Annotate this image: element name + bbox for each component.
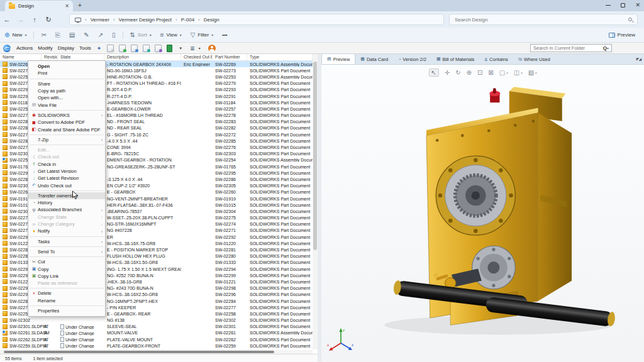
table-row[interactable]: SW-02302NG #138SW-02302SOLIDWORKS Part D…	[0, 317, 313, 324]
refresh-button[interactable]: ↻	[42, 16, 55, 24]
menu-item-history[interactable]: ◔History	[28, 199, 105, 206]
menu-item-undo-check-out[interactable]: ↶Undo Check out	[28, 182, 105, 189]
new-tab-button[interactable]: +	[78, 2, 82, 9]
menu-item-print[interactable]: Print	[28, 70, 105, 77]
table-row[interactable]: SW-02261.SLDASMAUnder ChangeMOUNT-VALVES…	[0, 330, 313, 336]
model-viewer[interactable]: ↖✛↻⊕⊡⊠▢▾◫▾▧▾	[321, 65, 644, 362]
dropdown-arrow-icon[interactable]: ▾	[535, 71, 537, 75]
vertical-scrollbar[interactable]	[313, 54, 318, 349]
pdm-menu-tools[interactable]: Tools	[77, 45, 94, 51]
maximize-button[interactable]	[621, 3, 625, 8]
pdm-more-dropdown[interactable]: ▼	[179, 47, 182, 50]
tab-data-card[interactable]: ▦Data Card	[355, 54, 393, 64]
up-button[interactable]: ↑	[28, 16, 42, 23]
menu-item-view-file[interactable]: ▤View File	[28, 101, 105, 108]
pdm-checkin-icon[interactable]	[119, 45, 126, 52]
column-header[interactable]: Revisio...	[42, 54, 58, 60]
pdm-menu-actions[interactable]: Actions	[14, 45, 35, 51]
back-button[interactable]: ←	[0, 16, 14, 23]
new-button[interactable]: ⊕ New▾	[0, 28, 31, 42]
user-avatar[interactable]	[208, 45, 216, 52]
share-button[interactable]: ↗	[94, 28, 108, 42]
tab-close-icon[interactable]: ✕	[65, 3, 69, 9]
breadcrumb-item[interactable]: Vermeer	[91, 17, 109, 23]
menu-item-get-latest-version[interactable]: ↓Get Latest Version	[28, 168, 105, 175]
sort-button[interactable]: ⇅Sort▾	[126, 28, 156, 42]
menu-item-check-in[interactable]: ⇧Check in	[28, 161, 105, 168]
tab-contains[interactable]: &Contains	[479, 54, 513, 64]
menu-item-copy[interactable]: ▣Copy	[28, 265, 105, 272]
delete-button[interactable]: ▯	[108, 28, 120, 42]
preview-toggle[interactable]: Preview	[609, 32, 635, 38]
tab-version-2-2[interactable]: ◔Version 2/2	[393, 54, 431, 64]
search-box[interactable]	[449, 14, 638, 25]
breadcrumb-item[interactable]: Design	[204, 17, 219, 23]
pin-icon[interactable]: ✦	[97, 45, 102, 52]
menu-item-properties[interactable]: Properties	[28, 307, 105, 314]
menu-item-solidworks[interactable]: ◉SOLIDWORKS›	[28, 112, 105, 119]
dropdown-arrow-icon[interactable]: ▾	[521, 71, 523, 75]
menu-item-copy-as-path[interactable]: Copy as path	[28, 87, 105, 94]
tab-preview[interactable]: ▤Preview	[321, 53, 355, 64]
pdm-copy-icon[interactable]	[131, 45, 138, 52]
search-input[interactable]	[455, 17, 628, 23]
pdm-checkout-icon[interactable]	[107, 45, 114, 52]
pdm-search-settings-icon[interactable]: ≣	[190, 45, 195, 52]
pdm-get-version-icon[interactable]	[143, 45, 150, 52]
table-row[interactable]: SW-02301.SLDPRTAUnder ChangeSLEEVE-SEALS…	[0, 324, 313, 330]
menu-item-rename[interactable]: Rename	[28, 297, 105, 304]
part-number-cell: SW-02272	[213, 133, 247, 137]
expand-icon[interactable]: ◤◢	[636, 57, 641, 61]
paste-button[interactable]: ▤	[65, 28, 79, 42]
menu-item-tasks[interactable]: Tasks›	[28, 238, 105, 245]
menu-item-notify[interactable]: ♦Notify›	[28, 228, 105, 234]
rename-button[interactable]: ✎	[79, 28, 93, 42]
tab-where-used[interactable]: %Where Used	[513, 54, 555, 64]
menu-item-transfer-ownership[interactable]: Transfer ownership	[28, 192, 105, 199]
breadcrumb-item[interactable]: Vermeer Design Project	[119, 17, 172, 23]
table-row[interactable]: SW-02262.SLDPRTAUnder ChangePLATE-VALVE …	[0, 336, 313, 343]
column-header[interactable]: Part Number	[213, 54, 247, 60]
menu-item-share[interactable]: Share	[28, 80, 105, 87]
column-header[interactable]: State	[58, 54, 104, 60]
menu-item-create-and-share-adobe-pdf[interactable]: ◧Create and Share Adobe PDF	[28, 126, 105, 133]
menu-item-open[interactable]: Open	[28, 63, 105, 70]
status-bar: 55 items 1 item selected	[0, 354, 318, 362]
menu-item-convert-to-adobe-pdf[interactable]: ◼Convert to Adobe PDF	[28, 119, 105, 126]
table-row[interactable]: SW-02259.SLDPRTAUnder ChangePLATE-GEARBO…	[0, 343, 313, 349]
minimize-button[interactable]	[606, 5, 611, 6]
pdm-vault-icon[interactable]	[3, 45, 11, 52]
copy-button[interactable]: ⎘	[51, 28, 65, 42]
column-header[interactable]: Type	[247, 54, 313, 60]
pdm-search-input[interactable]	[533, 45, 603, 51]
dropdown-arrow-icon[interactable]: ▾	[506, 71, 508, 75]
column-header[interactable]: Description	[104, 54, 181, 60]
column-header[interactable]: Checked Out By	[181, 54, 213, 60]
forward-button[interactable]: →	[14, 16, 28, 23]
pdm-bom-icon[interactable]	[167, 45, 172, 52]
menu-item-open-with[interactable]: Open with...	[28, 94, 105, 101]
menu-item-delete[interactable]: ×Delete	[28, 290, 105, 297]
part-number-cell: SW-02262	[213, 337, 247, 342]
pdm-menu-display[interactable]: Display	[55, 45, 77, 51]
menu-item-7-zip[interactable]: 7-Zip›	[28, 136, 105, 143]
tab-bill-of-materials[interactable]: ▦Bill of Materials	[431, 54, 479, 64]
explorer-tab[interactable]: Design ✕	[5, 1, 73, 11]
pdm-menu-modify[interactable]: Modify	[35, 45, 55, 51]
pdm-search-box[interactable]: Q▾	[530, 44, 612, 52]
filter-button[interactable]: ▽Filter▾	[186, 28, 218, 42]
pdm-get-revision-icon[interactable]	[155, 45, 162, 52]
more-button[interactable]: •••	[218, 28, 231, 42]
menu-item-send-to[interactable]: Send To›	[28, 248, 105, 255]
column-header[interactable]: Name	[0, 54, 42, 60]
cut-button[interactable]: ✂	[36, 28, 50, 42]
breadcrumb-item[interactable]: P-004	[181, 17, 194, 23]
view-button[interactable]: ≡View▾	[156, 28, 186, 42]
close-button[interactable]: ✕	[635, 2, 640, 8]
type-cell: SOLIDWORKS Part Document	[247, 133, 313, 137]
menu-item-copy-link[interactable]: ▣Copy Link	[28, 273, 105, 280]
menu-item-get-latest-revision[interactable]: ↓Get Latest Revision	[28, 175, 105, 182]
menu-item-associated-branches[interactable]: ψAssociated Branches›	[28, 206, 105, 213]
breadcrumb[interactable]: ›Vermeer›Vermeer Design Project›P-004›De…	[69, 14, 444, 25]
menu-item-cut[interactable]: ✂Cut	[28, 258, 105, 265]
